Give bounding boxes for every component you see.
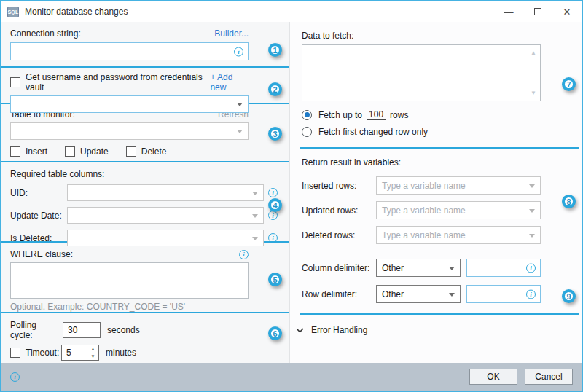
chevron-down-icon: [252, 237, 258, 240]
ok-button[interactable]: OK: [469, 369, 517, 385]
step-badge-2: 2: [268, 82, 282, 96]
where-clause-textarea[interactable]: [10, 262, 249, 299]
column-delimiter-combobox[interactable]: Other: [376, 259, 461, 277]
step-badge-8: 8: [562, 195, 576, 208]
maximize-icon: [534, 8, 541, 15]
footer-bar: i OK Cancel: [1, 363, 582, 391]
column-delimiter-label: Column delimiter:: [302, 263, 370, 273]
timeout-value: 5: [66, 348, 71, 358]
uid-combobox[interactable]: [67, 184, 264, 201]
updated-rows-placeholder: Type a variable name: [382, 205, 466, 216]
section-where-clause: WHERE clause: i Optional. Example: COUNT…: [1, 243, 289, 313]
fetch-up-to-suffix: rows: [390, 110, 408, 120]
row-delimiter-label: Row delimiter:: [302, 289, 370, 299]
deleted-rows-placeholder: Type a variable name: [382, 230, 466, 240]
step-badge-7: 7: [562, 77, 576, 91]
monitor-database-changes-dialog: SQL Monitor database changes — ✕ 1 2 3 4…: [0, 0, 583, 392]
info-icon[interactable]: i: [239, 250, 249, 259]
sql-app-icon: SQL: [7, 7, 19, 17]
seconds-label: seconds: [107, 325, 140, 335]
maximize-button[interactable]: [523, 1, 552, 22]
builder-link[interactable]: Builder...: [214, 28, 249, 39]
uid-label: UID:: [10, 188, 63, 198]
data-to-fetch-label: Data to fetch:: [302, 31, 541, 41]
connection-string-label: Connection string:: [10, 28, 81, 39]
where-clause-hint: Optional. Example: COUNTRY_CODE = 'US': [10, 302, 249, 312]
fetch-up-to-radio[interactable]: [302, 110, 312, 120]
title-bar: SQL Monitor database changes — ✕: [1, 1, 582, 22]
section-credentials: Get username and password from credentia…: [1, 68, 289, 104]
timeout-label: Timeout:: [26, 348, 60, 358]
inserted-rows-combobox[interactable]: Type a variable name: [376, 176, 541, 195]
deleted-rows-label: Deleted rows:: [302, 230, 370, 240]
step-badge-3: 3: [268, 127, 282, 141]
fetch-first-row-radio[interactable]: [302, 127, 312, 137]
update-checkbox[interactable]: [65, 146, 75, 157]
delete-checkbox[interactable]: [126, 146, 136, 157]
data-to-fetch-textarea[interactable]: ▲ ▼: [302, 44, 541, 101]
polling-cycle-value: 30: [68, 325, 77, 335]
insert-label: Insert: [26, 146, 47, 157]
error-handling-expander[interactable]: Error Handling: [290, 315, 582, 335]
stepper-up-icon[interactable]: ▲: [87, 345, 98, 353]
scroll-up-icon[interactable]: ▲: [531, 50, 536, 56]
section-table-to-monitor: Table to monitor: Refresh Insert Update …: [1, 104, 289, 162]
insert-checkbox[interactable]: [10, 146, 20, 157]
chevron-down-icon: [237, 130, 243, 133]
window-controls: — ✕: [494, 1, 582, 22]
step-badge-5: 5: [268, 273, 282, 286]
connection-string-input[interactable]: i: [10, 42, 249, 60]
column-delimiter-input[interactable]: i: [466, 259, 541, 277]
update-date-combobox[interactable]: [67, 207, 264, 224]
deleted-rows-combobox[interactable]: Type a variable name: [376, 226, 541, 244]
table-combobox[interactable]: [10, 122, 249, 140]
updated-rows-label: Updated rows:: [302, 205, 370, 216]
dialog-body: 1 2 3 4 5 6 Connection string: Builder..…: [1, 22, 582, 363]
inserted-rows-label: Inserted rows:: [302, 181, 370, 191]
chevron-down-icon: [529, 234, 535, 238]
chevron-down-icon: [237, 103, 243, 106]
section-connection-string: Connection string: Builder... i: [1, 22, 289, 68]
minutes-label: minutes: [106, 348, 136, 358]
info-icon[interactable]: i: [526, 289, 536, 299]
credentials-combobox[interactable]: [10, 95, 249, 113]
scroll-down-icon[interactable]: ▼: [531, 90, 536, 96]
polling-cycle-label: Polling cycle:: [10, 320, 61, 340]
info-icon[interactable]: i: [10, 372, 20, 382]
timeout-checkbox[interactable]: [10, 348, 20, 358]
section-polling: Polling cycle: 30 seconds Timeout: 5 ▲▼ …: [1, 313, 289, 363]
info-icon[interactable]: i: [234, 47, 243, 56]
fetch-rows-count-input[interactable]: 100: [367, 109, 386, 120]
chevron-down-icon: [296, 328, 304, 333]
column-delimiter-value: Other: [382, 263, 404, 273]
info-icon[interactable]: i: [268, 211, 278, 220]
cancel-button[interactable]: Cancel: [525, 369, 573, 385]
row-delimiter-combobox[interactable]: Other: [376, 285, 461, 303]
is-deleted-combobox[interactable]: [67, 230, 264, 246]
return-variables-label: Return result in variables:: [302, 157, 541, 168]
info-icon[interactable]: i: [268, 233, 278, 243]
timeout-input[interactable]: 5 ▲▼: [61, 345, 99, 361]
close-button[interactable]: ✕: [552, 1, 582, 22]
updated-rows-combobox[interactable]: Type a variable name: [376, 201, 541, 219]
info-icon[interactable]: i: [268, 188, 278, 197]
credentials-vault-checkbox[interactable]: [10, 77, 20, 87]
is-deleted-label: Is Deleted:: [10, 233, 63, 243]
fetch-up-to-prefix: Fetch up to: [318, 110, 362, 120]
right-panel: 7 8 9 Data to fetch: ▲ ▼ Fetch up to 100…: [290, 22, 582, 363]
credentials-vault-label: Get username and password from credentia…: [26, 72, 210, 93]
chevron-down-icon: [449, 293, 455, 297]
chevron-down-icon: [529, 209, 535, 213]
polling-cycle-input[interactable]: 30: [63, 322, 101, 338]
minimize-button[interactable]: —: [494, 1, 523, 22]
chevron-down-icon: [449, 267, 455, 270]
row-delimiter-input[interactable]: i: [466, 285, 541, 303]
info-icon[interactable]: i: [526, 263, 536, 273]
stepper-down-icon[interactable]: ▼: [87, 353, 98, 360]
update-label: Update: [80, 146, 109, 157]
chevron-down-icon: [252, 214, 258, 218]
timeout-stepper[interactable]: ▲▼: [87, 345, 98, 360]
step-badge-1: 1: [268, 43, 282, 57]
delete-label: Delete: [141, 146, 167, 157]
add-new-credential-link[interactable]: + Add new: [210, 72, 249, 93]
